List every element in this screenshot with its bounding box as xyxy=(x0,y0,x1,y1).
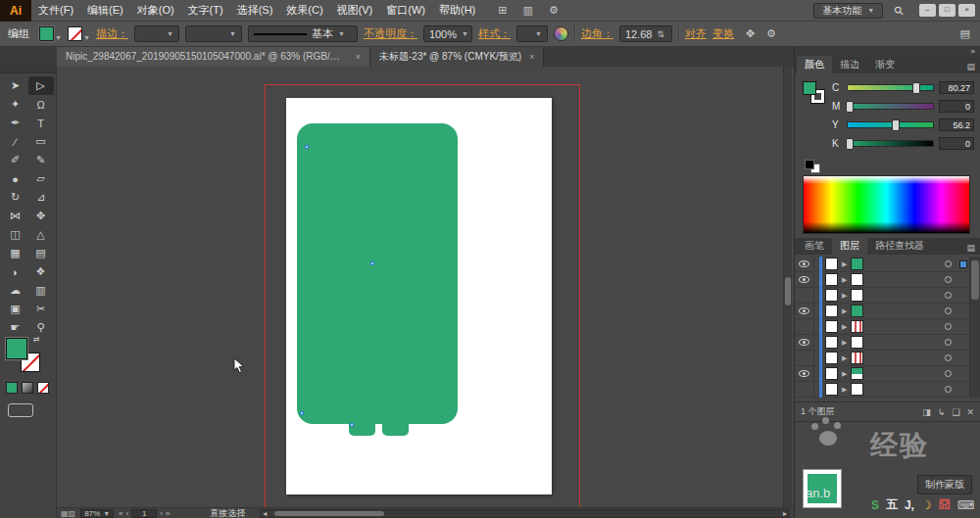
new-sublayer-icon[interactable]: ↳ xyxy=(938,407,946,417)
expand-arrow-icon[interactable]: ▶ xyxy=(842,292,847,300)
brush-definition-dropdown[interactable]: 基本 ▼ xyxy=(248,25,358,42)
artboard-number-input[interactable]: 1 xyxy=(131,509,157,518)
opacity-link[interactable]: 不透明度： xyxy=(364,26,417,41)
black-white-swatches[interactable] xyxy=(805,160,824,173)
layer-row[interactable]: ▶ xyxy=(795,319,968,335)
slider-thumb[interactable] xyxy=(846,138,854,150)
vertical-scrollbar[interactable] xyxy=(783,67,792,507)
magic-wand-tool[interactable]: ✦ xyxy=(3,95,28,114)
document-tab[interactable]: 未标题-23* @ 87% (CMYK/预览) × xyxy=(370,47,544,67)
lasso-tool[interactable]: Ω xyxy=(28,95,54,114)
settings-icon[interactable]: ⚙ xyxy=(549,4,559,17)
visibility-cell[interactable] xyxy=(795,319,814,334)
target-circle-icon[interactable] xyxy=(945,276,952,283)
panel-menu-icon[interactable]: ▤ xyxy=(961,243,980,255)
make-clipping-mask-icon[interactable]: ◨ xyxy=(922,407,931,417)
align-link[interactable]: 对齐 xyxy=(685,26,707,41)
pencil-tool[interactable]: ✎ xyxy=(28,151,54,169)
menu-item[interactable]: 视图(V) xyxy=(330,3,380,18)
shape-anchor[interactable] xyxy=(305,145,309,149)
transform-link[interactable]: 变换 xyxy=(712,26,734,41)
visibility-cell[interactable] xyxy=(795,272,814,287)
horizontal-scrollbar[interactable]: ◂ ▸ xyxy=(260,509,790,518)
zoom-tool[interactable]: ⚲ xyxy=(28,318,54,337)
recolor-artwork-icon[interactable] xyxy=(554,26,568,41)
blend-tool[interactable]: ❖ xyxy=(28,262,54,281)
eye-icon[interactable] xyxy=(799,260,809,267)
rotate-tool[interactable]: ↻ xyxy=(3,188,28,207)
panel-tab[interactable]: 描边 xyxy=(832,56,867,73)
target-circle-icon[interactable] xyxy=(945,386,952,393)
pen-tool[interactable]: ✒ xyxy=(3,114,28,132)
paintbrush-tool[interactable]: ✐ xyxy=(3,151,28,169)
channel-value-input[interactable]: 80.27 xyxy=(939,81,974,94)
search-icon[interactable]: ⚲ xyxy=(892,2,907,18)
panel-tab[interactable]: 渐变 xyxy=(867,56,903,73)
color-slider-track[interactable] xyxy=(847,84,934,91)
style-link[interactable]: 样式： xyxy=(478,26,511,41)
toolbox-grip[interactable] xyxy=(0,67,56,73)
scrollbar-thumb[interactable] xyxy=(274,511,384,516)
fill-stroke-indicator[interactable] xyxy=(803,81,828,107)
color-mode-button[interactable] xyxy=(6,382,18,394)
slider-thumb[interactable] xyxy=(912,82,920,94)
expand-arrow-icon[interactable]: ▶ xyxy=(842,260,847,268)
expand-arrow-icon[interactable]: ▶ xyxy=(842,339,847,347)
arrange-documents-icon[interactable]: ⊞ xyxy=(498,4,507,17)
hand-tool[interactable]: ☛ xyxy=(3,318,28,337)
free-transform-tool[interactable]: ✥ xyxy=(28,207,54,225)
stroke-color-swatch[interactable] xyxy=(68,26,82,41)
sogou-logo-icon[interactable]: S xyxy=(871,498,879,512)
corner-link[interactable]: 边角： xyxy=(581,26,613,41)
green-tab-shape[interactable] xyxy=(382,415,409,436)
expand-arrow-icon[interactable]: ▶ xyxy=(842,276,847,284)
menu-item[interactable]: 编辑(E) xyxy=(80,3,130,18)
eye-icon[interactable] xyxy=(799,307,809,314)
fill-color-swatch[interactable] xyxy=(39,26,54,41)
target-circle-icon[interactable] xyxy=(945,307,952,314)
eye-icon[interactable] xyxy=(799,276,809,283)
scale-tool[interactable]: ⊿ xyxy=(28,188,54,207)
width-tool[interactable]: ⋈ xyxy=(3,207,28,225)
last-artboard-icon[interactable]: » xyxy=(166,509,170,518)
shape-anchor[interactable] xyxy=(350,423,354,427)
punctuation-icon[interactable]: J, xyxy=(905,498,914,512)
delete-layer-icon[interactable]: ✕ xyxy=(966,407,974,417)
prev-artboard-icon[interactable]: ‹ xyxy=(126,509,129,518)
visibility-cell[interactable] xyxy=(795,366,814,381)
expand-arrow-icon[interactable]: ▶ xyxy=(842,370,847,378)
artboard-tool[interactable]: ▣ xyxy=(3,300,28,318)
target-circle-icon[interactable] xyxy=(945,260,952,267)
scrollbar-thumb[interactable] xyxy=(971,260,979,300)
visibility-cell[interactable] xyxy=(795,382,814,397)
none-mode-button[interactable] xyxy=(37,382,49,394)
view-mode-icon[interactable]: ▦ xyxy=(61,509,69,518)
gradient-tool[interactable]: ▤ xyxy=(28,244,54,262)
panel-tab[interactable]: 颜色 xyxy=(797,56,832,73)
color-slider-track[interactable] xyxy=(847,121,934,128)
channel-value-input[interactable]: 56.2 xyxy=(939,118,974,131)
target-circle-icon[interactable] xyxy=(945,354,952,361)
scroll-left-icon[interactable]: ◂ xyxy=(263,509,267,518)
panel-menu-icon[interactable]: ▤ xyxy=(961,62,980,73)
menu-item[interactable]: 选择(S) xyxy=(230,3,280,18)
new-layer-icon[interactable]: ❑ xyxy=(952,407,959,417)
color-slider-track[interactable] xyxy=(847,103,934,110)
layer-row[interactable]: ▶ xyxy=(795,257,968,272)
control-panel-menu-icon[interactable]: ▤ xyxy=(960,27,972,40)
visibility-cell[interactable] xyxy=(795,288,814,303)
menu-item[interactable]: 窗口(W) xyxy=(379,3,432,18)
make-mask-button[interactable]: 制作蒙版 xyxy=(917,475,972,494)
object-preview-thumbnail[interactable] xyxy=(803,469,842,508)
layer-row[interactable]: ▶ xyxy=(795,366,968,382)
target-circle-icon[interactable] xyxy=(945,323,952,330)
eraser-tool[interactable]: ▱ xyxy=(28,169,54,188)
stroke-weight-dropdown[interactable]: ▼ xyxy=(134,25,179,42)
wubi-mode-icon[interactable]: 五 xyxy=(886,496,898,513)
first-artboard-icon[interactable]: « xyxy=(119,509,122,518)
line-segment-tool[interactable]: ∕ xyxy=(3,132,28,151)
expand-arrow-icon[interactable]: ▶ xyxy=(842,323,847,331)
symbol-sprayer-tool[interactable]: ☁ xyxy=(3,281,28,300)
next-artboard-icon[interactable]: › xyxy=(160,509,163,518)
menu-item[interactable]: 文字(T) xyxy=(181,3,230,18)
